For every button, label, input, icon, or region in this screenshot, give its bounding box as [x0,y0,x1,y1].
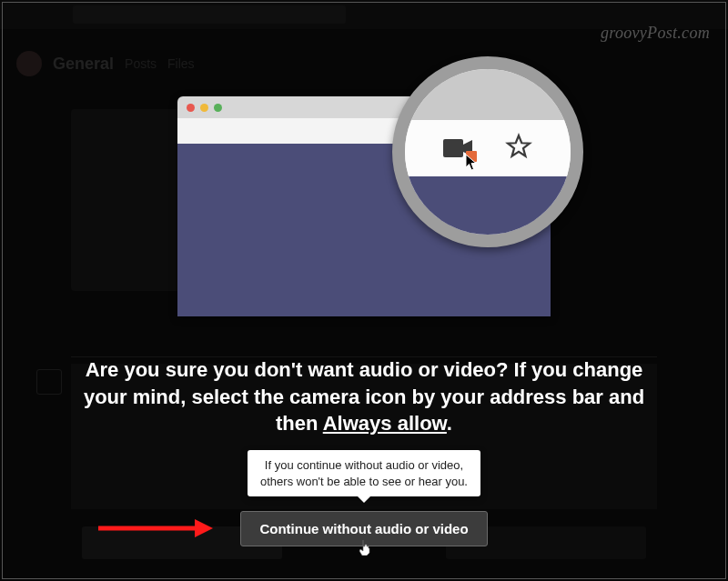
headline-text-2: . [447,412,452,435]
continue-tooltip: If you continue without audio or video, … [248,450,480,496]
browser-illustration [177,64,551,316]
camera-icon [443,137,474,159]
traffic-light-maximize-icon [214,104,222,112]
annotation-arrow-icon [96,517,215,543]
continue-button-label: Continue without audio or video [259,521,468,536]
svg-rect-0 [443,139,463,157]
cursor-arrow-icon [465,154,480,172]
permission-dialog-overlay: Are you sure you don't want audio or vid… [0,0,728,581]
star-icon [505,133,532,164]
dialog-headline: Are you sure you don't want audio or vid… [73,356,655,437]
headline-always-allow: Always allow [323,412,447,435]
traffic-light-minimize-icon [200,104,208,112]
traffic-light-close-icon [187,104,195,112]
magnifier-circle [392,56,583,247]
cursor-pointer-icon [359,539,371,558]
tooltip-line-2: others won't be able to see or hear you. [260,474,468,490]
tooltip-line-1: If you continue without audio or video, [260,457,468,474]
continue-without-av-button[interactable]: Continue without audio or video [240,511,487,546]
